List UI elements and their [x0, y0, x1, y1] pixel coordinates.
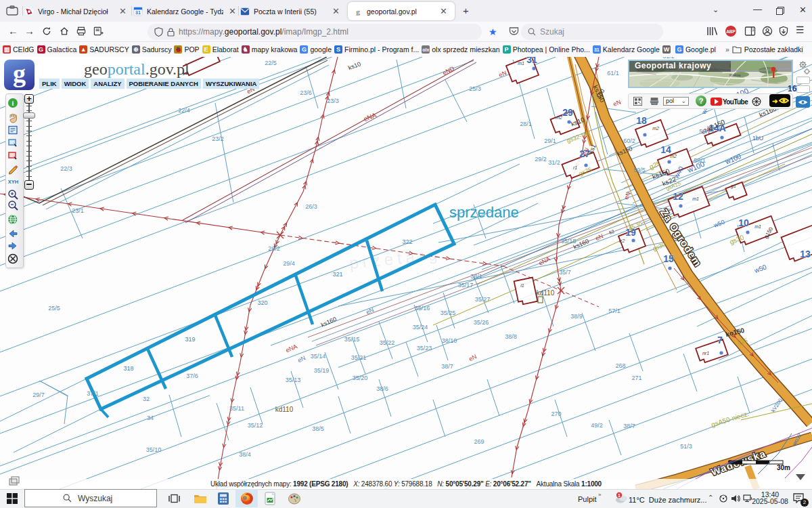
svg-text:320: 320	[257, 299, 267, 306]
svg-text:30m: 30m	[777, 464, 790, 471]
svg-text:13: 13	[800, 249, 811, 259]
svg-text:35/23: 35/23	[417, 345, 432, 352]
svg-text:59/5: 59/5	[633, 167, 646, 173]
svg-text:28/1: 28/1	[520, 121, 532, 127]
svg-text:38/1: 38/1	[470, 273, 482, 280]
svg-text:23/2: 23/2	[212, 135, 224, 142]
svg-text:1bU: 1bU	[752, 135, 764, 142]
svg-text:23/6: 23/6	[300, 89, 312, 96]
svg-text:38/8: 38/8	[505, 333, 517, 340]
svg-text:321: 321	[332, 271, 342, 278]
svg-text:322: 322	[402, 238, 412, 245]
svg-text:26/2: 26/2	[268, 245, 280, 252]
svg-text:35/16: 35/16	[415, 305, 430, 312]
svg-text:32: 32	[143, 396, 150, 402]
svg-text:35/25: 35/25	[441, 310, 456, 316]
svg-text:r1: r1	[573, 165, 577, 170]
svg-text:35/22: 35/22	[380, 339, 395, 346]
svg-text:22/5: 22/5	[265, 60, 277, 66]
svg-text:22/3: 22/3	[60, 165, 72, 172]
svg-text:38/9: 38/9	[570, 313, 583, 320]
svg-text:35/15: 35/15	[344, 336, 360, 343]
svg-text:m1: m1	[518, 61, 524, 66]
svg-text:22/4: 22/4	[178, 107, 190, 114]
svg-text:51/3: 51/3	[680, 443, 692, 450]
svg-text:318: 318	[123, 365, 133, 372]
svg-text:1: 1	[618, 493, 621, 498]
svg-text:7: 7	[717, 335, 723, 345]
svg-text:m2: m2	[670, 154, 677, 158]
svg-text:49/2: 49/2	[591, 422, 603, 429]
svg-text:kd110: kd110	[275, 406, 294, 413]
svg-text:nr1: nr1	[702, 351, 709, 356]
svg-text:i: i	[12, 100, 14, 107]
svg-text:31: 31	[135, 9, 141, 14]
svg-text:29: 29	[562, 107, 573, 118]
svg-text:18: 18	[636, 115, 647, 126]
svg-text:35/11: 35/11	[229, 405, 244, 412]
svg-text:37/6: 37/6	[186, 373, 198, 379]
svg-text:29/1: 29/1	[544, 137, 556, 144]
svg-text:g: g	[356, 7, 360, 16]
svg-text:rr2: rr2	[619, 238, 625, 243]
svg-text:m2: m2	[556, 115, 562, 120]
svg-text:34: 34	[147, 415, 154, 421]
svg-text:38/7: 38/7	[623, 423, 635, 429]
svg-text:35/17: 35/17	[458, 282, 474, 289]
svg-text:38/4: 38/4	[239, 451, 251, 458]
svg-text:57/1: 57/1	[608, 308, 621, 314]
svg-text:31/2: 31/2	[548, 159, 560, 166]
svg-text:m2: m2	[652, 126, 659, 131]
svg-text:268: 268	[615, 362, 625, 369]
svg-text:35/24: 35/24	[413, 324, 428, 331]
svg-text:23/1: 23/1	[72, 207, 84, 214]
svg-text:271: 271	[631, 375, 641, 381]
svg-text:29/4: 29/4	[283, 260, 295, 267]
svg-text:26/3: 26/3	[305, 203, 317, 210]
svg-text:23/3: 23/3	[327, 98, 339, 104]
svg-text:269: 269	[474, 438, 484, 445]
svg-text:270: 270	[551, 410, 561, 417]
svg-text:10: 10	[738, 217, 749, 228]
svg-text:35/20: 35/20	[353, 375, 368, 381]
svg-text:35/10: 35/10	[146, 446, 162, 453]
svg-text:35/21: 35/21	[351, 354, 367, 361]
svg-text:38/10: 38/10	[442, 337, 457, 344]
svg-text:XYH: XYH	[8, 179, 18, 185]
svg-text:29/2: 29/2	[535, 156, 547, 163]
svg-text:35/7: 35/7	[559, 269, 571, 276]
svg-text:35/13: 35/13	[286, 377, 301, 383]
svg-text:38/7: 38/7	[441, 363, 453, 370]
svg-text:15: 15	[663, 253, 674, 264]
svg-text:sprzedane: sprzedane	[449, 204, 519, 221]
svg-text:29/7: 29/7	[32, 391, 45, 398]
svg-text:38/6: 38/6	[376, 385, 388, 392]
svg-text:l1: l1	[520, 283, 524, 288]
svg-text:60/2: 60/2	[623, 137, 635, 144]
svg-text:61/1: 61/1	[607, 70, 619, 77]
svg-text:38/5: 38/5	[312, 425, 324, 432]
svg-text:35/26: 35/26	[474, 319, 489, 326]
svg-text:35/12: 35/12	[248, 422, 263, 429]
svg-text:m1: m1	[754, 224, 761, 229]
svg-text:25/5: 25/5	[48, 305, 60, 312]
svg-text:35/14: 35/14	[311, 353, 326, 360]
svg-text:319: 319	[185, 336, 195, 343]
svg-text:35/27: 35/27	[475, 296, 491, 303]
svg-text:37/1: 37/1	[87, 390, 99, 397]
svg-text:Kraków: Kraków	[729, 73, 741, 77]
svg-text:35/19: 35/19	[314, 367, 330, 374]
svg-text:25/3: 25/3	[469, 85, 481, 92]
svg-text:12: 12	[673, 191, 683, 202]
svg-text:m1: m1	[692, 196, 699, 201]
svg-text:kd110: kd110	[537, 289, 555, 297]
svg-text:g1: g1	[731, 184, 736, 189]
